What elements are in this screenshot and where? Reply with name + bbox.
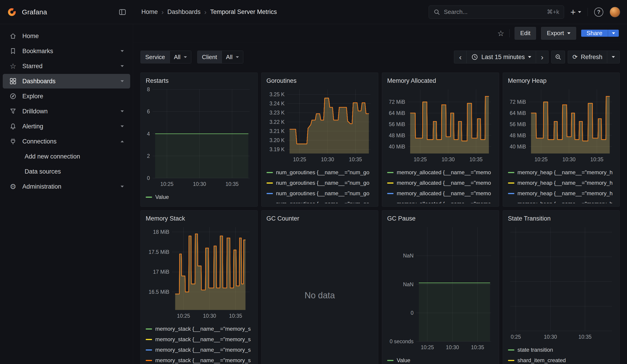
panel-title[interactable]: Goroutines [266, 77, 374, 84]
chevron-down-icon[interactable] [121, 50, 124, 52]
legend-item[interactable]: num_goroutines {__name__="num_go [266, 199, 373, 203]
legend-item[interactable]: memory_allocated {__name__="memo [387, 188, 494, 199]
brand-name: Grafana [22, 8, 47, 16]
add-button[interactable]: + [571, 7, 581, 17]
svg-text:10:30: 10:30 [203, 313, 216, 319]
sidebar-item-explore[interactable]: Explore [3, 89, 130, 104]
legend-item[interactable]: Value [387, 355, 494, 364]
refresh-interval-dropdown[interactable] [607, 51, 620, 63]
sidebar-item-home[interactable]: Home [3, 29, 130, 43]
chevron-down-icon[interactable] [121, 80, 124, 82]
legend-item[interactable]: memory_heap {__name__="memory_h [508, 199, 615, 203]
grafana-app: Grafana Home › Dashboards › Temporal Ser… [0, 0, 627, 364]
search-placeholder: Search... [444, 8, 468, 15]
panel-title[interactable]: Memory Heap [508, 77, 616, 84]
chart-area: 3.25 K3.24 K3.23 K3.22 K3.21 K3.20 K3.19… [266, 87, 374, 164]
sidebar-item-dashboards[interactable]: Dashboards [3, 74, 130, 89]
legend-color-marker [508, 193, 514, 194]
sidebar-item-starred[interactable]: ☆ Starred [3, 59, 130, 73]
sidebar-item-drilldown[interactable]: Drilldown [3, 104, 130, 119]
legend-item[interactable]: shard_item_created [508, 355, 615, 364]
legend-item[interactable]: memory_heap {__name__="memory_h [508, 167, 615, 178]
time-shift-forward-button[interactable]: › [536, 51, 549, 63]
legend-item[interactable]: memory_stack {__name__="memory_s [146, 345, 252, 355]
sidebar-item-alerting[interactable]: Alerting [3, 119, 130, 134]
sidebar-item-label: Home [22, 33, 39, 40]
panel-memory-stack: Memory Stack 18 MiB17.5 MiB17 MiB16.5 Mi… [140, 210, 258, 364]
svg-text:3.25 K: 3.25 K [269, 92, 285, 97]
panel-title[interactable]: Restarts [146, 77, 253, 84]
legend-item[interactable]: num_goroutines {__name__="num_go [266, 167, 373, 178]
sidebar-item-add-new-connection[interactable]: Add new connection [3, 149, 130, 164]
breadcrumb-current: Temporal Server Metrics [210, 8, 277, 15]
memory-allocated-chart: 72 MiB64 MiB56 MiB48 MiB40 MiB10:2510:30… [386, 87, 495, 164]
legend-label: num_goroutines {__name__="num_go [276, 190, 369, 197]
header-divider [587, 8, 588, 16]
sidebar-toggle-icon[interactable] [119, 8, 126, 16]
svg-text:0:25: 0:25 [511, 334, 521, 340]
sidebar-item-connections[interactable]: Connections [3, 134, 130, 149]
panel-title[interactable]: Memory Stack [146, 215, 253, 222]
legend-item[interactable]: Value [146, 192, 252, 202]
bookmark-icon [9, 48, 17, 55]
legend-label: memory_allocated {__name__="memo [397, 190, 491, 197]
client-variable-select[interactable]: All [222, 51, 243, 63]
time-shift-back-button[interactable]: ‹ [454, 51, 467, 63]
share-button[interactable]: Share [581, 30, 608, 37]
service-variable-select[interactable]: All [170, 51, 191, 63]
header-left: Grafana [0, 0, 133, 24]
legend-color-marker [266, 182, 273, 184]
legend-item[interactable]: memory_allocated {__name__="memo [387, 167, 494, 178]
svg-text:10:25: 10:25 [160, 181, 173, 187]
chevron-down-icon[interactable] [121, 110, 124, 112]
sidebar-item-administration[interactable]: ⚙ Administration [3, 179, 130, 194]
share-dropdown-button[interactable] [608, 30, 619, 37]
favorite-star-icon[interactable]: ☆ [497, 29, 504, 38]
legend-color-marker [146, 328, 152, 330]
panel-title[interactable]: GC Counter [266, 215, 374, 222]
legend-label: memory_stack {__name__="memory_s [155, 326, 251, 332]
chevron-down-icon[interactable] [121, 65, 124, 67]
legend-item[interactable]: memory_allocated {__name__="memo [387, 199, 494, 203]
sidebar-item-label: Bookmarks [22, 48, 53, 55]
plug-icon [9, 138, 17, 145]
legend-item[interactable]: memory_stack {__name__="memory_s [146, 355, 252, 364]
svg-text:0: 0 [411, 310, 414, 316]
panel-title[interactable]: Memory Allocated [387, 77, 495, 84]
legend-item[interactable]: memory_heap {__name__="memory_h [508, 188, 615, 199]
legend-item[interactable]: num_goroutines {__name__="num_go [266, 178, 373, 188]
chevron-down-icon[interactable] [121, 186, 124, 188]
panel-title[interactable]: State Transition [508, 215, 616, 222]
brand-group[interactable]: Grafana [7, 7, 47, 17]
panel-title[interactable]: GC Pause [387, 215, 495, 222]
avatar[interactable] [610, 7, 620, 17]
legend-item[interactable]: memory_stack {__name__="memory_s [146, 324, 252, 334]
edit-button[interactable]: Edit [515, 27, 536, 40]
legend-label: memory_heap {__name__="memory_h [518, 169, 613, 176]
legend-item[interactable]: memory_heap {__name__="memory_h [508, 178, 615, 188]
home-icon [9, 32, 17, 40]
panel-memory-heap: Memory Heap 72 MiB64 MiB56 MiB48 MiB40 M… [503, 73, 620, 207]
legend-color-marker [508, 360, 514, 361]
time-range-picker[interactable]: Last 15 minutes [467, 51, 536, 63]
sidebar-item-data-sources[interactable]: Data sources [3, 164, 130, 179]
chevron-down-icon[interactable] [121, 125, 124, 127]
refresh-button[interactable]: ⟳ Refresh [568, 51, 607, 63]
legend-item[interactable]: memory_stack {__name__="memory_s [146, 334, 252, 345]
legend-item[interactable]: memory_allocated {__name__="memo [387, 178, 494, 188]
svg-text:10:25: 10:25 [414, 156, 427, 162]
legend-item[interactable]: num_goroutines {__name__="num_go [266, 188, 373, 199]
breadcrumb-dashboards[interactable]: Dashboards [167, 8, 201, 15]
panel-restarts: Restarts 8642010:2510:3010:35 Value [140, 73, 258, 207]
search-input[interactable]: Search... ⌘+k [429, 5, 564, 19]
chevron-up-icon[interactable] [121, 141, 124, 142]
legend-item[interactable]: state transition [508, 345, 615, 355]
breadcrumb-home[interactable]: Home [141, 8, 158, 15]
help-icon[interactable]: ? [594, 7, 603, 17]
chevron-down-icon [528, 56, 531, 58]
export-button[interactable]: Export [541, 27, 576, 40]
sidebar-item-bookmarks[interactable]: Bookmarks [3, 44, 130, 58]
legend-color-marker [508, 182, 514, 184]
legend-label: Value [155, 194, 169, 200]
zoom-out-icon[interactable] [551, 51, 565, 63]
